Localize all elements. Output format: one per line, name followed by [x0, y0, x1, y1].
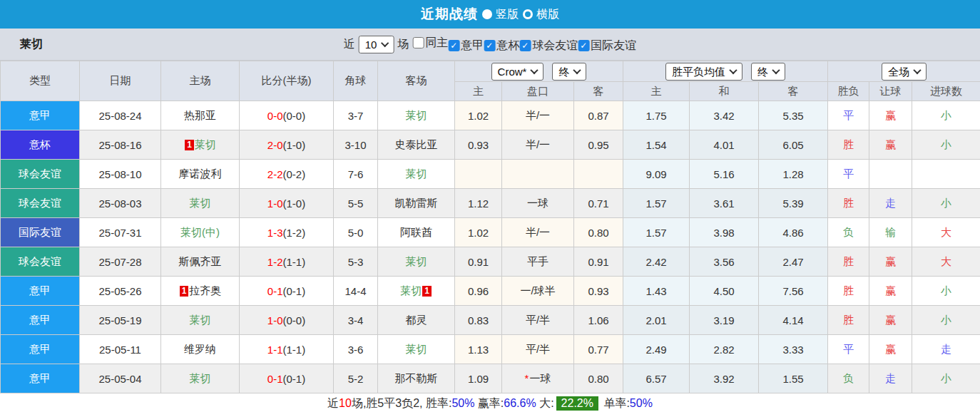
checkbox-unchecked-icon[interactable]: [412, 37, 424, 48]
euro-home-odds: 1.75: [623, 101, 690, 130]
table-row: 球会友谊 25-08-10 摩诺波利 2-2(0-2) 7-6 莱切 9.09 …: [1, 160, 980, 189]
chevron-down-icon: [573, 66, 581, 74]
goals-result: 大: [912, 218, 980, 247]
match-date: 25-05-11: [80, 335, 161, 364]
corners: 5-3: [334, 247, 378, 277]
euro-away-odds: 3.33: [759, 335, 828, 364]
handicap-result: [869, 160, 912, 189]
col-header-away: 客场: [378, 61, 455, 101]
summary-segment: 大:: [536, 396, 554, 411]
match-count-value: 10: [365, 38, 377, 51]
handicap-line: 一/球半: [502, 277, 574, 306]
goals-result: 小: [912, 277, 980, 306]
checkbox-checked-icon[interactable]: ✓: [484, 40, 495, 51]
match-date: 25-05-26: [80, 277, 161, 306]
asia-home-odds: 0.91: [455, 247, 502, 277]
score-cell: 1-3(1-2): [240, 218, 334, 247]
subheader-euro-draw: 和: [690, 82, 759, 101]
team-label: 莱切: [190, 372, 211, 384]
radio-unselected-icon[interactable]: [523, 9, 533, 19]
handicap-line: [502, 160, 574, 189]
filter-item[interactable]: ✓意甲: [448, 38, 484, 53]
filter-label: 意甲: [461, 38, 484, 53]
score-cell: 0-0(0-0): [240, 101, 334, 130]
subheader-asia-home: 主: [455, 82, 502, 101]
team-label: 热那亚: [184, 109, 216, 121]
near-label: 近: [344, 37, 355, 52]
team-name: 莱切: [20, 37, 43, 52]
europe-time-select[interactable]: 终: [751, 63, 785, 81]
col-header-date: 日期: [80, 61, 161, 101]
home-team: 维罗纳: [161, 335, 240, 364]
home-team: 1莱切: [161, 130, 240, 160]
league-badge: 球会友谊: [1, 247, 80, 277]
europe-odds-header: 胜平负均值 终: [623, 61, 828, 82]
team-label: 莱切: [190, 314, 211, 326]
filter-item[interactable]: 同主: [412, 36, 448, 51]
league-badge: 意甲: [1, 101, 80, 130]
euro-away-odds: 5.39: [759, 189, 828, 218]
fulltime-score: 0-0: [267, 110, 283, 122]
subheader-result: 胜负: [828, 82, 869, 101]
checkbox-checked-icon[interactable]: ✓: [578, 40, 589, 51]
goals-result: 小: [912, 306, 980, 335]
euro-home-odds: 2.49: [623, 335, 690, 364]
euro-draw-odds: 5.16: [690, 160, 759, 189]
handicap-line: 平手: [502, 247, 574, 277]
match-result: 胜: [828, 277, 869, 306]
layout-horizontal-option[interactable]: 横版: [523, 7, 559, 22]
handicap-line: 半/一: [502, 218, 574, 247]
team-label: 拉齐奥: [189, 284, 221, 297]
asia-away-odds: 0.95: [574, 130, 623, 160]
asia-home-odds: 1.02: [455, 218, 502, 247]
red-card-icon: 1: [422, 286, 432, 297]
league-badge: 意甲: [1, 335, 80, 364]
europe-metric-select[interactable]: 胜平负均值: [665, 63, 742, 81]
goals-result: [912, 160, 980, 189]
europe-time-value: 终: [757, 65, 768, 78]
home-team: 热那亚: [161, 101, 240, 130]
filterbar: 莱切 近 10 场 同主✓意甲✓意杯✓球会友谊✓国际友谊: [0, 29, 980, 61]
fulltime-score: 2-2: [267, 168, 283, 180]
asia-away-odds: 0.80: [574, 364, 623, 393]
match-count-select[interactable]: 10: [359, 36, 394, 53]
corners: 7-6: [334, 160, 378, 189]
filter-item[interactable]: ✓球会友谊: [519, 38, 578, 53]
scope-select[interactable]: 全场: [882, 63, 927, 81]
match-date: 25-08-10: [80, 160, 161, 189]
match-date: 25-05-19: [80, 306, 161, 335]
filter-item[interactable]: ✓国际友谊: [578, 38, 636, 53]
home-team: 1拉齐奥: [161, 277, 240, 306]
corners: 3-10: [334, 130, 378, 160]
subheader-euro-away: 客: [759, 82, 828, 101]
handicap-line: 半/一: [502, 130, 574, 160]
euro-away-odds: 5.35: [759, 101, 828, 130]
league-badge: 国际友谊: [1, 218, 80, 247]
checkbox-checked-icon[interactable]: ✓: [519, 40, 531, 51]
home-team: 摩诺波利: [161, 160, 240, 189]
asia-time-select[interactable]: 终: [552, 63, 586, 81]
euro-draw-odds: 3.61: [690, 189, 759, 218]
layout-vertical-option[interactable]: 竖版: [482, 7, 519, 22]
halftime-score: (1-1): [283, 344, 306, 356]
bookmaker-select[interactable]: Crow*: [491, 63, 544, 81]
team-label: 都灵: [406, 314, 427, 326]
score-cell: 2-0(1-0): [240, 130, 334, 160]
euro-draw-odds: 3.42: [690, 101, 759, 130]
away-team: 莱切: [378, 160, 455, 189]
subheader-handicap-result: 让球: [869, 82, 912, 101]
asia-home-odds: 0.83: [455, 306, 502, 335]
match-result: 胜: [828, 130, 869, 160]
radio-selected-icon[interactable]: [482, 9, 492, 19]
away-team: 凯勒雷斯: [378, 189, 455, 218]
filter-item[interactable]: ✓意杯: [484, 38, 519, 53]
halftime-score: (1-0): [283, 139, 306, 151]
team-label: 莱切: [406, 109, 427, 121]
match-result: 胜: [828, 247, 869, 277]
table-row: 球会友谊 25-07-28 斯佩齐亚 1-2(1-1) 5-3 莱切 0.91 …: [1, 247, 980, 277]
table-row: 意甲 25-05-26 1拉齐奥 0-1(0-1) 14-4 莱切1 0.96 …: [1, 277, 980, 306]
team-label: 莱切: [400, 284, 422, 297]
checkbox-checked-icon[interactable]: ✓: [448, 40, 459, 51]
corners: 5-5: [334, 189, 378, 218]
col-header-corners: 角球: [334, 61, 378, 101]
